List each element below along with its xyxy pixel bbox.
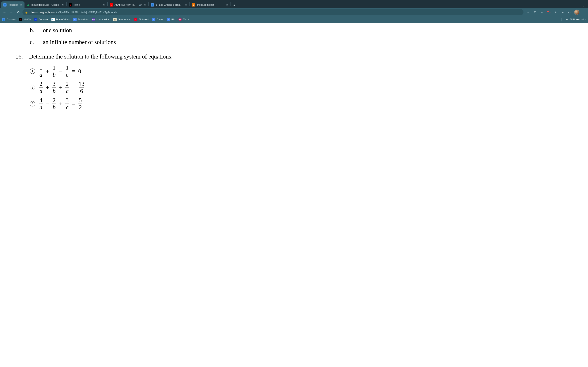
bookmark-label: Pinterest bbox=[139, 18, 149, 21]
op-minus: − bbox=[58, 67, 63, 75]
bookmark-icon: MB bbox=[92, 18, 95, 21]
question-16: 16. Determine the solution to the follow… bbox=[16, 53, 588, 60]
favicon-drive-icon: ◆ bbox=[26, 3, 30, 7]
tab-title: mcvtextbook.pdf - Google bbox=[31, 3, 60, 6]
bookmark-icon: 👤 bbox=[2, 18, 5, 21]
url-path: /c/NjIwNDk1Njk4Njl1/m/NjIxMDEyNzE1NTg2/d… bbox=[56, 11, 118, 14]
fraction: 2b bbox=[52, 97, 56, 110]
option-label: b. bbox=[30, 26, 43, 34]
bookmark-star-icon[interactable]: ☆ bbox=[539, 10, 544, 15]
bookmark-icon: P bbox=[134, 18, 137, 21]
bookmark-prime[interactable]: ▸ Prime Video bbox=[52, 18, 70, 21]
bookmark-icon: ≡ bbox=[167, 18, 170, 21]
op-minus: − bbox=[45, 100, 50, 108]
address-bar[interactable]: 🔒 classroom.google.com/c/NjIwNDk1Njk4Njl… bbox=[22, 9, 523, 15]
bookmark-pinterest[interactable]: P Pinterest bbox=[134, 18, 149, 21]
bookmarks-bar: 👤 Classes N Netflix D Disney+ ▸ Prime Vi… bbox=[0, 16, 588, 23]
tab-mcvtextbook[interactable]: ◆ mcvtextbook.pdf - Google × bbox=[25, 1, 66, 8]
url-host: classroom.google.com bbox=[30, 11, 56, 14]
page-content: b. one solution c. an infinite number of… bbox=[0, 23, 588, 367]
bookmark-label: Classes bbox=[7, 18, 16, 21]
close-icon[interactable]: × bbox=[144, 3, 146, 6]
browser-toolbar: ← → ⟳ 🔒 classroom.google.com/c/NjIwNDk1N… bbox=[0, 8, 588, 16]
fraction: 3c bbox=[65, 97, 69, 110]
answer-option-c: c. an infinite number of solutions bbox=[30, 38, 588, 46]
op-plus: + bbox=[58, 84, 63, 91]
bookmark-translate[interactable]: G Translate bbox=[73, 18, 89, 21]
op-plus: + bbox=[45, 84, 50, 91]
share-icon[interactable]: ⇧ bbox=[532, 10, 537, 15]
fraction: 1a bbox=[39, 65, 43, 78]
question-text: Determine the solution to the following … bbox=[29, 53, 173, 60]
fraction: 2a bbox=[39, 81, 43, 94]
op-plus: + bbox=[58, 100, 63, 108]
bookmark-label: Translate bbox=[78, 18, 89, 21]
favicon-classroom-icon: 👤 bbox=[151, 3, 154, 7]
bookmark-bio[interactable]: ≡ Bio bbox=[167, 18, 175, 21]
tab-search-button[interactable]: ⌄ bbox=[581, 2, 587, 8]
bookmark-classes[interactable]: 👤 Classes bbox=[2, 18, 16, 21]
chrome-menu-icon[interactable]: ⋮ bbox=[581, 10, 586, 15]
bookmark-chem[interactable]: ≡ Chem bbox=[152, 18, 163, 21]
equation-marker: 1 bbox=[30, 68, 35, 74]
profile-avatar[interactable] bbox=[574, 9, 579, 15]
close-icon[interactable]: × bbox=[103, 3, 105, 6]
back-button[interactable]: ← bbox=[2, 9, 7, 15]
bookmark-label: Netflix bbox=[24, 18, 31, 21]
fraction: 1c bbox=[65, 65, 69, 78]
close-icon[interactable]: × bbox=[61, 3, 64, 6]
bookmark-label: ManageBac bbox=[96, 18, 110, 21]
equation-2: 2 2a + 3b + 2c = 136 bbox=[30, 81, 588, 94]
favicon-classroom-icon: 👤 bbox=[3, 3, 7, 7]
tab-netflix[interactable]: N Netflix × bbox=[67, 1, 107, 8]
bookmark-icon: G bbox=[73, 18, 77, 21]
op-equals: = bbox=[71, 84, 76, 91]
new-tab-button[interactable]: + bbox=[232, 3, 237, 8]
tab-textbook[interactable]: 👤 Textbook × bbox=[1, 1, 25, 8]
tab-log-graphs[interactable]: 👤 6 - Log Graphs & Transfor × bbox=[149, 1, 190, 8]
fraction: 2c bbox=[65, 81, 69, 94]
tab-title: ASMR All New Trigger bbox=[114, 3, 138, 6]
tab-chegg[interactable]: C chegg.com/chat × bbox=[190, 1, 231, 8]
close-icon[interactable]: × bbox=[20, 3, 22, 6]
equation-system: 1 1a + 1b − 1c = 0 2 2a + 3b + bbox=[30, 65, 588, 110]
bookmark-icon: N bbox=[19, 18, 22, 21]
extensions-icon[interactable]: ✦ bbox=[553, 10, 558, 15]
fraction: 3b bbox=[52, 81, 56, 94]
bookmark-goodreads[interactable]: g Goodreads bbox=[113, 18, 131, 21]
audio-playing-icon[interactable]: 🔊 bbox=[139, 4, 142, 6]
close-icon[interactable]: × bbox=[185, 3, 187, 6]
toolbar-actions: ⤓ ⇧ ☆ Tp ✦ ≡ ▭ ⋮ bbox=[525, 9, 586, 15]
all-bookmarks-label: All Bookmarks bbox=[570, 18, 586, 21]
bookmark-netflix[interactable]: N Netflix bbox=[19, 18, 31, 21]
bookmark-managebac[interactable]: MB ManageBac bbox=[92, 18, 110, 21]
op-equals: = bbox=[71, 67, 76, 75]
favicon-netflix-icon: N bbox=[69, 3, 72, 7]
tab-strip: 👤 Textbook × ◆ mcvtextbook.pdf - Google … bbox=[0, 0, 588, 8]
fraction: 52 bbox=[78, 97, 82, 110]
tab-title: Netflix bbox=[73, 3, 101, 6]
all-bookmarks-button[interactable]: ▭ All Bookmarks bbox=[565, 18, 586, 21]
equation-body: 2a + 3b + 2c = 136 bbox=[39, 81, 85, 94]
fraction: 136 bbox=[78, 81, 85, 94]
equation-marker: 2 bbox=[30, 85, 35, 90]
reading-list-icon[interactable]: ≡ bbox=[560, 10, 565, 15]
close-icon[interactable]: × bbox=[226, 3, 228, 6]
rhs-value: 0 bbox=[78, 67, 81, 75]
textbook-document: b. one solution c. an infinite number of… bbox=[0, 23, 588, 110]
forward-button[interactable]: → bbox=[9, 9, 14, 15]
bookmark-label: Disney+ bbox=[39, 18, 48, 21]
bookmark-label: Tutor bbox=[183, 18, 189, 21]
reload-button[interactable]: ⟳ bbox=[16, 9, 21, 15]
bookmark-disney[interactable]: D Disney+ bbox=[34, 18, 48, 21]
install-app-icon[interactable]: ⤓ bbox=[526, 10, 530, 15]
favicon-youtube-icon: ▸ bbox=[110, 3, 113, 7]
extension-tp-icon[interactable]: Tp bbox=[546, 10, 551, 15]
bookmark-tutor[interactable]: m Tutor bbox=[178, 18, 189, 21]
equation-1: 1 1a + 1b − 1c = 0 bbox=[30, 65, 588, 78]
bookmark-separator bbox=[562, 18, 562, 21]
op-equals: = bbox=[71, 100, 76, 108]
bookmark-icon: D bbox=[34, 18, 37, 21]
tab-asmr[interactable]: ▸ ASMR All New Trigger 🔊 × bbox=[108, 1, 148, 8]
side-panel-icon[interactable]: ▭ bbox=[567, 10, 572, 15]
